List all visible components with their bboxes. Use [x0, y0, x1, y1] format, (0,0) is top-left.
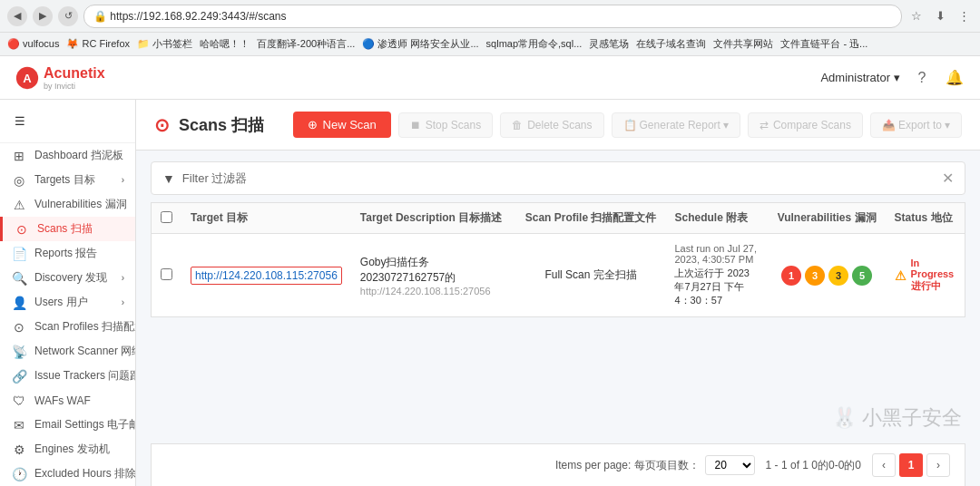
bookmark-linggan[interactable]: 灵感笔场 — [589, 37, 629, 51]
sidebar-item-users[interactable]: 👤 Users 用户 › — [0, 290, 135, 315]
prev-page-button[interactable]: ‹ — [872, 453, 896, 477]
generate-report-label: Generate Report — [640, 119, 720, 131]
sidebar-item-network-scanner[interactable]: 📡 Network Scanner 网络 — [0, 339, 135, 364]
row-checkbox[interactable] — [161, 268, 172, 280]
bookmark-haha[interactable]: 哈哈嗯！！ — [200, 37, 250, 51]
page-title: Scans 扫描 — [179, 114, 264, 136]
filter-left: ▼ Filter 过滤器 — [162, 170, 247, 187]
hamburger-icon[interactable]: ☰ — [0, 107, 135, 135]
sidebar-item-reports[interactable]: 📄 Reports 报告 — [0, 241, 135, 266]
sidebar-item-discovery[interactable]: 🔍 Discovery 发现 › — [0, 266, 135, 290]
scans-icon: ⊙ — [14, 221, 30, 238]
export-to-label: Export to — [898, 119, 942, 131]
vuln-badge-low: 5 — [852, 266, 872, 286]
export-to-button[interactable]: 📤 Export to ▾ — [870, 112, 962, 138]
bookmark-wenjian2[interactable]: 文件直链平台 - 迅... — [780, 37, 867, 51]
pagination-bar: Items per page: 每页项目数： 20 50 100 1 - 1 o… — [151, 443, 965, 486]
page-title-group: ⊙ Scans 扫描 — [154, 114, 264, 136]
browser-chrome: ◀ ▶ ↺ 🔒 https://192.168.92.249:3443/#/sc… — [0, 0, 980, 33]
help-icon[interactable]: ? — [911, 67, 933, 89]
dashboard-icon: ⊞ — [11, 148, 27, 164]
col-header-description: Target Description 目标描述 — [351, 203, 516, 234]
logo-icon: A — [15, 65, 40, 91]
vuln-badges: 1 3 3 5 — [778, 266, 877, 286]
page-title-icon: ⊙ — [154, 114, 170, 136]
stop-scans-button[interactable]: ⏹ Stop Scans — [398, 112, 493, 138]
app-container: A Acunetix by Invicti Administrator ▾ ? … — [0, 56, 980, 486]
admin-menu[interactable]: Administrator ▾ — [820, 71, 900, 84]
settings-icon[interactable]: ⋮ — [955, 7, 973, 25]
bookmark-vulfocus[interactable]: 🔴 vulfocus — [7, 38, 59, 50]
bell-icon[interactable]: 🔔 — [944, 67, 965, 89]
sidebar-label-targets: Targets 目标 — [34, 172, 95, 188]
reload-button[interactable]: ↺ — [58, 6, 78, 26]
sidebar-item-engines[interactable]: ⚙ Engines 发动机 — [0, 437, 135, 462]
filter-close-button[interactable]: ✕ — [942, 170, 954, 187]
sidebar-label-issue-trackers: Issue Trackers 问题跟踪 — [34, 368, 135, 384]
description-line1: Goby扫描任务20230727162757的 — [360, 255, 507, 286]
chevron-down-report-icon: ▾ — [723, 119, 729, 131]
bookmark-sqlmap[interactable]: sqlmap常用命令,sql... — [486, 37, 583, 51]
page-info: 1 - 1 of 1 0的0-0的0 — [766, 458, 861, 473]
items-per-page-label: Items per page: 每页项目数： — [555, 458, 700, 473]
sidebar-item-vulnerabilities[interactable]: ⚠ Vulnerabilities 漏洞 — [0, 192, 135, 217]
bookmark-rc-firefox[interactable]: 🦊 RC Firefox — [66, 38, 130, 50]
chevron-down-export-icon: ▾ — [945, 119, 950, 131]
sidebar-item-scans[interactable]: ⊙ Scans 扫描 — [0, 217, 135, 241]
new-scan-button[interactable]: ⊕ New Scan — [293, 112, 391, 138]
chevron-right-icon: › — [122, 175, 124, 185]
sidebar-label-discovery: Discovery 发现 — [34, 270, 107, 286]
sidebar-item-wafs[interactable]: 🛡 WAFs WAF — [0, 388, 135, 413]
per-page-select[interactable]: 20 50 100 — [705, 455, 755, 475]
sidebar-item-issue-trackers[interactable]: 🔗 Issue Trackers 问题跟踪 — [0, 364, 135, 388]
chevron-right-icon-users: › — [122, 297, 124, 307]
profile-cell: Full Scan 完全扫描 — [516, 234, 666, 317]
sidebar-item-excluded-hours[interactable]: 🕐 Excluded Hours 排除 — [0, 462, 135, 486]
compare-icon: ⇄ — [760, 119, 769, 131]
forward-button[interactable]: ▶ — [33, 6, 53, 26]
bookmark-baidu[interactable]: 百度翻译-200种语言... — [257, 37, 355, 51]
current-page: 1 — [899, 453, 923, 477]
content-area: ⊙ Scans 扫描 ⊕ New Scan ⏹ Stop Scans 🗑 Del… — [136, 100, 980, 486]
last-run-en: Last run on Jul 27, 2023, 4:30:57 PM — [674, 243, 759, 265]
back-button[interactable]: ◀ — [7, 6, 27, 26]
sidebar-item-scan-profiles[interactable]: ⊙ Scan Profiles 扫描配置 — [0, 315, 135, 339]
chevron-right-icon-discovery: › — [122, 273, 124, 283]
sidebar-item-dashboard[interactable]: ⊞ Dashboard 挡泥板 — [0, 143, 135, 168]
col-header-schedule: Schedule 附表 — [665, 203, 768, 234]
vuln-badge-critical: 1 — [781, 266, 801, 286]
email-icon: ✉ — [11, 417, 27, 433]
star-icon[interactable]: ☆ — [907, 7, 926, 25]
plus-icon: ⊕ — [308, 118, 318, 131]
new-scan-label: New Scan — [323, 118, 377, 131]
status-badge: ⚠ In Progress 进行中 — [895, 258, 956, 293]
page-header: ⊙ Scans 扫描 ⊕ New Scan ⏹ Stop Scans 🗑 Del… — [136, 100, 980, 151]
status-label: In Progress 进行中 — [911, 258, 956, 293]
sidebar-label-network-scanner: Network Scanner 网络 — [34, 344, 135, 359]
target-link[interactable]: http://124.220.108.115:27056 — [191, 267, 342, 285]
download-icon[interactable]: ⬇ — [931, 7, 949, 25]
bookmark-xiaoshuqianlan[interactable]: 📁 小书签栏 — [137, 37, 192, 51]
compare-scans-button[interactable]: ⇄ Compare Scans — [748, 112, 863, 138]
toolbar: ⊕ New Scan ⏹ Stop Scans 🗑 Delete Scans 📋… — [293, 112, 962, 138]
bookmark-wenjian[interactable]: 文件共享网站 — [713, 37, 773, 51]
vulnerability-cell: 1 3 3 5 — [769, 234, 886, 317]
logo: A Acunetix by Invicti — [15, 65, 105, 91]
bookmark-shentou[interactable]: 🔵 渗透师 网络安全从业... — [362, 37, 478, 51]
bookmark-zaixian[interactable]: 在线子域名查询 — [636, 37, 706, 51]
delete-scans-button[interactable]: 🗑 Delete Scans — [500, 112, 603, 138]
sidebar-item-targets[interactable]: ◎ Targets 目标 › — [0, 168, 135, 192]
select-all-checkbox[interactable] — [161, 211, 172, 223]
sidebar-label-scans: Scans 扫描 — [37, 221, 93, 237]
scan-profile-label: Full Scan 完全扫描 — [544, 268, 636, 281]
sidebar-item-email-settings[interactable]: ✉ Email Settings 电子邮件 — [0, 413, 135, 437]
col-header-vulnerabilities: Vulnerabilities 漏洞 — [769, 203, 886, 234]
vuln-badge-medium: 3 — [828, 266, 848, 286]
vuln-badge-high: 3 — [805, 266, 825, 286]
wafs-icon: 🛡 — [11, 393, 27, 409]
compare-scans-label: Compare Scans — [773, 119, 851, 131]
generate-report-button[interactable]: 📋 Generate Report ▾ — [612, 112, 740, 138]
sidebar-label-excluded-hours: Excluded Hours 排除 — [34, 466, 135, 481]
next-page-button[interactable]: › — [926, 453, 950, 477]
address-bar[interactable]: 🔒 https://192.168.92.249:3443/#/scans — [83, 5, 902, 28]
